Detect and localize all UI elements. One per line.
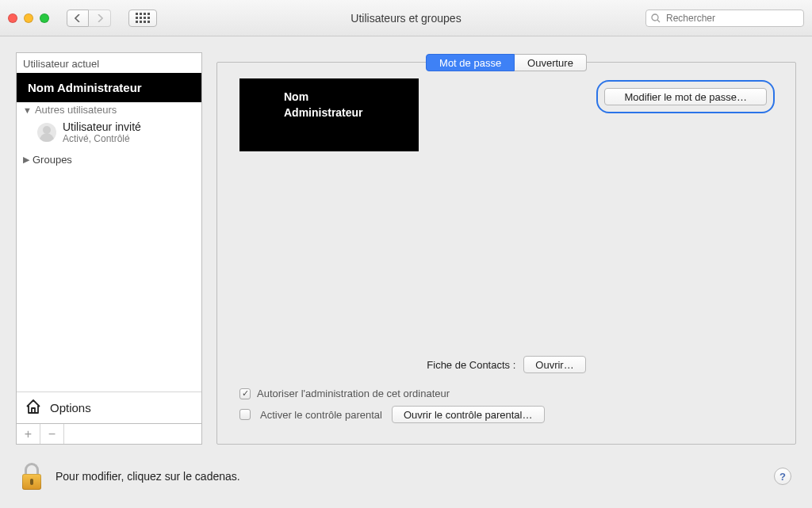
options-label: Options: [50, 401, 91, 414]
main-panel-wrap: Mot de passe Ouverture Nom Administrateu…: [216, 52, 796, 445]
open-contacts-button[interactable]: Ouvrir…: [523, 356, 585, 373]
help-button[interactable]: ?: [774, 468, 791, 485]
user-list: Utilisateur actuel Nom Administrateur ▼ …: [16, 52, 202, 424]
guest-status: Activé, Contrôlé: [63, 133, 141, 144]
avatar-icon: [37, 123, 56, 142]
other-users-header[interactable]: ▼ Autres utilisateurs: [17, 102, 201, 117]
add-user-button[interactable]: +: [17, 424, 40, 444]
sidebar-options[interactable]: Options: [17, 392, 201, 423]
window-controls: [8, 13, 49, 23]
enable-parental-label: Activer le contrôle parental: [260, 409, 382, 421]
checkbox-unchecked-icon[interactable]: ✓: [239, 409, 251, 420]
sidebar: Utilisateur actuel Nom Administrateur ▼ …: [16, 52, 202, 445]
toolbar: Utilisateurs et groupes: [0, 0, 812, 36]
show-all-button[interactable]: [128, 10, 157, 27]
forward-button[interactable]: [89, 10, 111, 27]
contacts-label: Fiche de Contacts :: [427, 359, 515, 371]
open-parental-button[interactable]: Ouvrir le contrôle parental…: [392, 406, 545, 423]
tab-login[interactable]: Ouverture: [515, 54, 587, 71]
allow-admin-label: Autoriser l'administration de cet ordina…: [257, 388, 450, 399]
user-card-line2: Administrateur: [284, 105, 408, 121]
footer: Pour modifier, cliquez sur le cadenas. ?: [0, 445, 812, 508]
lock-hint: Pour modifier, cliquez sur le cadenas.: [56, 470, 240, 483]
tab-bar: Mot de passe Ouverture: [426, 54, 587, 71]
minimize-window[interactable]: [24, 13, 33, 23]
svg-point-0: [652, 14, 658, 21]
house-icon: [25, 398, 42, 418]
tab-password[interactable]: Mot de passe: [426, 54, 515, 71]
nav-buttons: [67, 10, 111, 27]
chevron-left-icon: [75, 14, 81, 22]
search-input[interactable]: [665, 12, 799, 25]
svg-line-1: [657, 20, 660, 22]
sidebar-item-label: Nom Administrateur: [28, 81, 142, 94]
zoom-window[interactable]: [40, 13, 49, 23]
sidebar-item-admin[interactable]: Nom Administrateur: [17, 73, 201, 102]
chevron-down-icon: ▼: [23, 105, 32, 115]
contacts-row: Fiche de Contacts : Ouvrir…: [239, 356, 773, 373]
panel-lower: Fiche de Contacts : Ouvrir… ✓ Autoriser …: [239, 356, 773, 430]
user-card: Nom Administrateur: [239, 78, 419, 151]
back-button[interactable]: [67, 10, 89, 27]
grid-icon: [136, 13, 150, 23]
checkbox-checked-icon: ✓: [239, 388, 251, 399]
change-password-button[interactable]: Modifier le mot de passe…: [604, 88, 767, 105]
guest-name: Utilisateur invité: [63, 120, 141, 133]
sidebar-item-groups[interactable]: ▶ Groupes: [17, 149, 201, 170]
chevron-right-icon: [97, 14, 103, 22]
main-panel: Nom Administrateur Modifier le mot de pa…: [216, 62, 796, 445]
user-card-line1: Nom: [284, 90, 408, 105]
change-password-highlight: Modifier le mot de passe…: [596, 80, 775, 113]
sidebar-toolbar: + −: [16, 424, 202, 445]
lock-button[interactable]: [21, 463, 43, 490]
current-user-header: Utilisateur actuel: [17, 53, 201, 73]
chevron-right-icon: ▶: [23, 155, 29, 165]
search-field-wrap[interactable]: [645, 10, 804, 27]
parental-row: ✓ Activer le contrôle parental Ouvrir le…: [239, 406, 773, 423]
allow-admin-row[interactable]: ✓ Autoriser l'administration de cet ordi…: [239, 388, 773, 399]
search-icon: [651, 13, 661, 23]
sidebar-item-guest[interactable]: Utilisateur invité Activé, Contrôlé: [17, 117, 201, 149]
remove-user-button[interactable]: −: [40, 424, 64, 444]
close-window[interactable]: [8, 13, 17, 23]
